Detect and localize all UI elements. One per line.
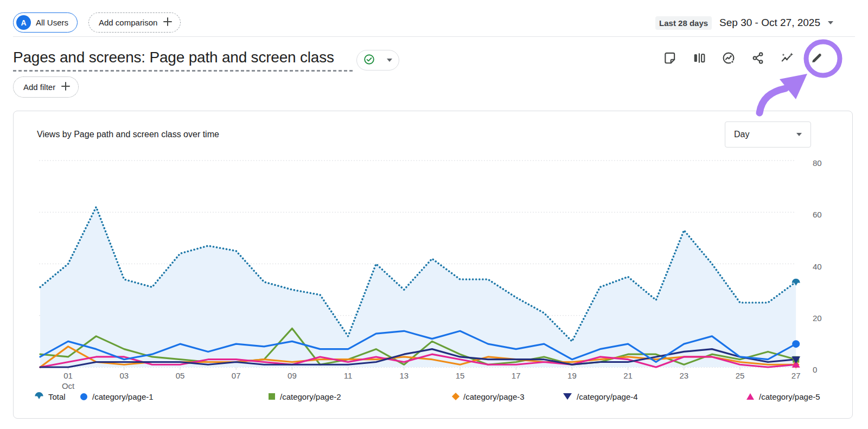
chart-legend: Total /category/page-1 /category/page-2 … (13, 388, 821, 405)
x-tick-label: 11 (344, 371, 353, 380)
page-1-legend-marker (80, 393, 87, 400)
x-tick-label: 27 (792, 371, 801, 380)
total-legend-marker (35, 391, 43, 402)
total-area-fill (40, 207, 796, 367)
legend-item-page-3[interactable]: /category/page-3 (453, 388, 525, 405)
x-tick-label: 05 (176, 371, 185, 380)
legend-label: /category/page-2 (280, 392, 341, 401)
x-tick-label: 23 (679, 371, 688, 380)
x-tick-label: 07 (232, 371, 241, 380)
legend-item-page-5[interactable]: /category/page-5 (746, 388, 820, 405)
x-tick-label: 01 (63, 371, 73, 380)
legend-item-page-1[interactable]: /category/page-1 (80, 388, 154, 405)
page: A All Users Add comparison Last 28 days … (0, 0, 868, 429)
page-5-legend-marker (746, 393, 754, 400)
series-endpoint-marker-1 (792, 340, 800, 348)
y-tick-label: 80 (813, 158, 822, 168)
x-tick-label: 21 (623, 371, 633, 380)
legend-label: /category/page-5 (759, 392, 820, 401)
y-tick-label: 40 (813, 262, 822, 271)
page-3-legend-marker (452, 393, 459, 400)
legend-label: /category/page-4 (577, 392, 638, 401)
x-tick-label: 03 (119, 371, 129, 380)
y-tick-label: 60 (813, 210, 822, 219)
legend-item-page-2[interactable]: /category/page-2 (269, 388, 341, 405)
legend-item-page-4[interactable]: /category/page-4 (563, 388, 638, 405)
views-over-time-chart: 02040608001Oct03050709111315171921232527 (0, 0, 868, 429)
legend-label: /category/page-1 (92, 392, 154, 401)
x-tick-label: 17 (512, 371, 521, 380)
x-tick-label: 15 (456, 371, 465, 380)
x-tick-label: 13 (399, 371, 409, 380)
x-tick-label: 09 (288, 371, 297, 380)
page-4-legend-marker (563, 393, 572, 400)
y-tick-label: 20 (813, 313, 822, 323)
x-tick-label: 19 (567, 371, 577, 380)
legend-item-total[interactable]: Total (35, 388, 66, 405)
page-2-legend-marker (269, 393, 275, 400)
legend-label: Total (48, 392, 66, 401)
x-tick-label: 25 (736, 371, 745, 380)
legend-label: /category/page-3 (463, 392, 525, 401)
y-tick-label: 0 (813, 365, 817, 374)
